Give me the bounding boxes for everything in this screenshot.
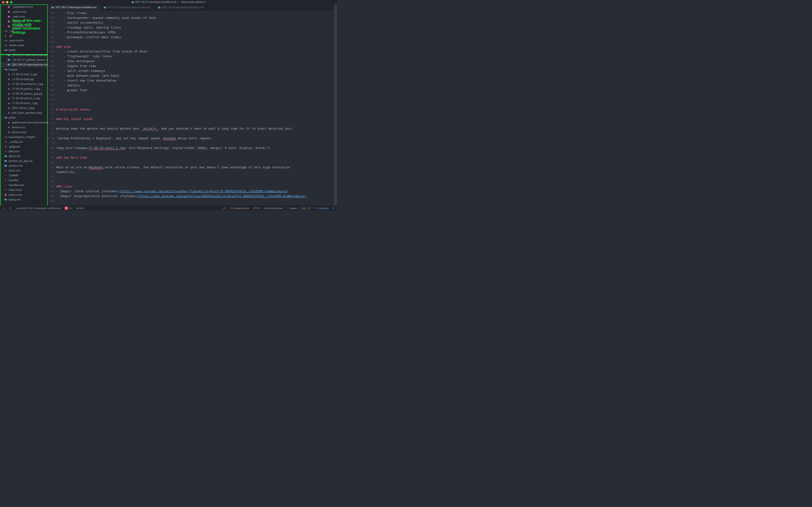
code-line[interactable]: ### Links <box>56 184 337 189</box>
code-line[interactable]: <img src="/images/17-05-29-tools_1.jpg" … <box>56 146 337 151</box>
tree-file--tags-scss[interactable]: ⬤_tags.scss <box>0 14 48 19</box>
tree-file-atom-xml[interactable]: <>atom.xml <box>0 168 48 173</box>
tree-file-2016-litmus-9-jpg[interactable]: ▣2016_litmus_9.jpg <box>0 106 48 111</box>
new-file-button[interactable]: ＋ <box>2 206 6 210</box>
tree-folder-squarespace-images[interactable]: ▸ 🖿squarespace_images <box>0 134 48 139</box>
tree-file-gemfile[interactable]: ◈Gemfile <box>0 178 48 183</box>
code-line[interactable]: ¬ <box>56 160 337 165</box>
tree-file--config-yml[interactable]: ◆_config.yml <box>0 139 48 144</box>
tree-file-gemfile-lock[interactable]: ≡Gemfile.lock <box>0 183 48 187</box>
code-line[interactable]: # Desktop/OS tweaks <box>56 107 337 112</box>
code-line[interactable]: ····- insert new line above/below <box>56 78 337 83</box>
code-line[interactable]: ### See More Code <box>56 155 337 160</box>
code-line[interactable]: Holding down the delete key should delet… <box>56 126 337 131</box>
tree-file-cname[interactable]: ≡CNAME <box>0 173 48 178</box>
tree-file-17-05-16-anki-1-jpg[interactable]: ▣17-05-16-anki_1.jpg <box>0 72 48 77</box>
tree-file--variables-scss[interactable]: ⬤_variables.scss <box>0 24 48 29</box>
code-line[interactable]: ····- barkeeper (control menu items) <box>56 35 337 40</box>
tree-file-2017-05-15-learning-how-to-learn[interactable]: 2017-05-15-learning-how-to-learn <box>0 62 48 67</box>
status-issues[interactable]: 7 0 0 <box>64 206 73 210</box>
status-misc-icon[interactable]: ✦ <box>331 207 335 210</box>
status-cursor[interactable]: 84:142 <box>75 207 84 210</box>
file-tree[interactable]: ⬤_pagination.scss⬤_posts.scss⬤_tags.scss… <box>0 4 48 206</box>
tree-file-josh-josh-question-jpeg[interactable]: ▣josh_josh_question.jpeg <box>0 111 48 115</box>
code-line[interactable]: - [Regis' iTerm tutorial (YouTube)](http… <box>56 189 337 194</box>
code-line[interactable]: ····- skitch (screenshots) <box>56 20 337 25</box>
tree-file--pagination-scss[interactable]: ⬤_pagination.scss <box>0 4 48 9</box>
tab-2017-05-15-learning-how-to-learn-md[interactable]: 2017-05-15-learning-how-to-learn.md <box>100 4 154 10</box>
tree-file--05-22-17-ask-better-questions-md[interactable]: _05-22-17-ask-better-questions.md <box>0 53 48 57</box>
code-line[interactable]: `System Preferences > Keyboard`, max out… <box>56 136 337 141</box>
code-line[interactable]: ····- Flux (free) <box>56 11 337 15</box>
code-line[interactable]: - [Regis' Atom/Spectacle shortcuts (YouT… <box>56 194 337 199</box>
code-line[interactable]: ¬ <box>56 141 337 146</box>
code-line[interactable]: ¬ <box>56 131 337 136</box>
status-grammar[interactable]: GitHub Markdown <box>263 207 284 210</box>
tree-file--posts-scss[interactable]: ⬤_posts.scss <box>0 9 48 14</box>
tree-file--gitignore[interactable]: ◆.gitignore <box>0 144 48 149</box>
code-line[interactable]: ····- show whitespace <box>56 59 337 64</box>
code-line[interactable]: ····- global find <box>56 88 337 93</box>
code-line[interactable]: ¬ <box>56 93 337 98</box>
tree-file-apple-touch-icon-precomposed-p[interactable]: ▣apple-touch-icon-precomposed.p <box>0 120 48 125</box>
code-line[interactable]: capability. <box>56 170 337 174</box>
status-encoding[interactable]: UTF-8 <box>252 207 261 210</box>
code-line[interactable]: ¬ <box>56 102 337 107</box>
status-line-ending[interactable]: LF <box>223 207 227 210</box>
tree-file-styles-scss[interactable]: ⬤styles.scss <box>0 192 48 197</box>
status-deprecations[interactable]: ⚠ 2 deprecations <box>229 207 250 210</box>
tree-file-archive-md[interactable]: archive.md <box>0 164 48 168</box>
tree-file-17-05-25-python-jpg-jpg[interactable]: ▣17-05-25-python_jpg.jpg <box>0 91 48 96</box>
tree-file-404-html[interactable]: <>404.html <box>0 149 48 154</box>
tree-file-favicon-png[interactable]: ▣favicon.png <box>0 130 48 134</box>
tree-folder--site[interactable]: ▸ 🖿_site <box>0 29 48 34</box>
tree-file-about-md[interactable]: about.md <box>0 154 48 159</box>
code-line[interactable]: ¬ <box>56 151 337 155</box>
tree-file-archive-by-tag-md[interactable]: archive_by_tag.md <box>0 159 48 164</box>
close-file-button[interactable]: ✕ <box>8 207 12 210</box>
tree-file-17-05-29-tools-1-jpg[interactable]: ▣17-05-29-tools_1.jpg <box>0 101 48 106</box>
tab-2017-05-27-developer-workflow-md[interactable]: 2017-05-27-developer-workflow.md <box>48 4 100 10</box>
code-line[interactable]: Most of us are on Macbooks with retina s… <box>56 165 337 170</box>
tree-folder--tweet-cache[interactable]: ▸ 🖿.tweet-cache <box>0 43 48 48</box>
code-line[interactable]: ····- PrivateInternetAccess (VPN) <box>56 30 337 35</box>
code-area[interactable]: 5253545556575859606162636465666768697071… <box>48 11 337 206</box>
code-line[interactable]: ····- cloudapp (gifs, sharing files) <box>56 25 337 30</box>
code-line[interactable]: ····- toggle tree view <box>56 64 337 68</box>
tree-file--type-scss[interactable]: ⬤_type.scss <box>0 19 48 24</box>
tree-file--05-25-17-getting-started-with-p[interactable]: _05-25-17_getting_started_with_p <box>0 57 48 62</box>
tree-file--git[interactable]: ◆.git <box>0 34 48 38</box>
tree-folder-drafts[interactable]: ▾ 🖿drafts <box>0 48 48 53</box>
minimize-window-button[interactable] <box>6 1 8 3</box>
code-content[interactable]: ····- Flux (free)····- textexpander: exp… <box>56 11 337 206</box>
code-line[interactable]: ¬ <box>56 40 337 45</box>
code-line[interactable]: ····- move between panes (and tabs) <box>56 73 337 78</box>
status-path[interactable]: _posts/2017-05-27-developer-workflow.md <box>14 207 61 210</box>
tab-2017-05-29-ask-better-questions-md[interactable]: 2017-05-29-ask-better-questions.md <box>154 4 208 10</box>
tree-file-favicon-ico[interactable]: ★favicon.ico <box>0 125 48 130</box>
code-line[interactable]: ### Key repeat speed <box>56 117 337 121</box>
tree-file-17-05-18-omniauth-1-jpg[interactable]: ▣17-05-18-omniauth_1.jpg <box>0 81 48 87</box>
code-line[interactable]: ····- cmd+d/u <box>56 83 337 88</box>
tree-file-turing-md[interactable]: turing.md <box>0 197 48 202</box>
status-git-branch[interactable]: master <box>286 207 298 210</box>
tree-file-17-05-16-anki-jpg[interactable]: ▣17-05-16-anki.jpg <box>0 77 48 81</box>
code-line[interactable]: ¬ <box>56 174 337 179</box>
status-updates[interactable]: 2 updates <box>314 207 329 210</box>
zoom-window-button[interactable] <box>10 1 13 3</box>
code-line[interactable]: ¬ <box>56 179 337 184</box>
tree-file-index-html[interactable]: <>index.html <box>0 187 48 192</box>
code-line[interactable]: —————————————————————¬ <box>56 98 337 102</box>
code-line[interactable]: ····- create directories/files from insi… <box>56 49 337 54</box>
tree-folder--sass-cache[interactable]: ▸ 🖿.sass-cache <box>0 38 48 43</box>
tree-file-17-05-26-osmnx-1-jpg[interactable]: ▣17-05-26-osmnx_1.jpg <box>0 96 48 101</box>
code-line[interactable]: ····- textexpander: expand commonly used… <box>56 15 337 20</box>
tree-file-17-05-25-python-1-jpg[interactable]: ▣17-05-25-python_1.jpg <box>0 87 48 91</box>
code-line[interactable]: ····- "lightweight" ruby linter <box>56 54 337 59</box>
code-line[interactable]: ¬ <box>56 112 337 117</box>
code-line[interactable] <box>56 199 337 204</box>
code-line[interactable]: ### atom <box>56 44 337 49</box>
code-line[interactable]: ····- split screen sideways <box>56 68 337 73</box>
status-git-diff[interactable]: +43, -17 <box>300 207 311 210</box>
close-window-button[interactable] <box>2 1 4 3</box>
